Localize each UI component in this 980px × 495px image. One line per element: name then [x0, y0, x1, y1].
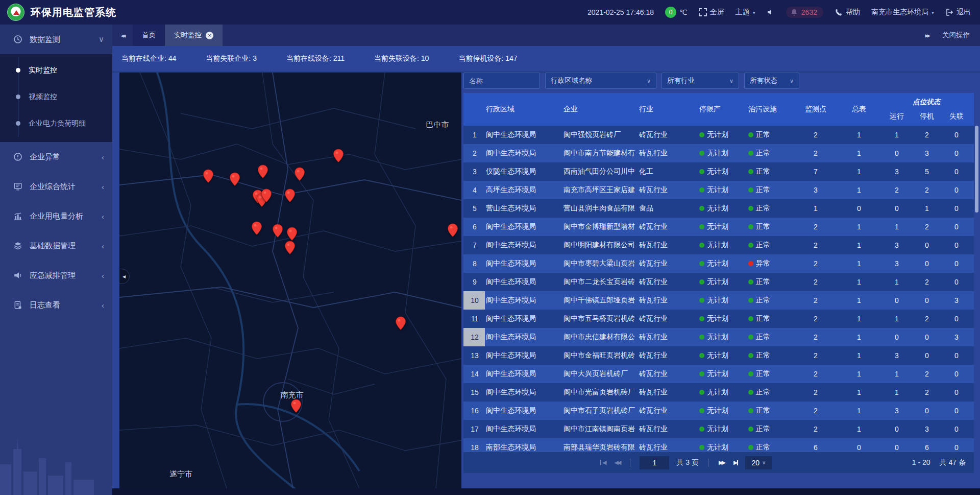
table-row[interactable]: 15阆中生态环境局阆中市光富页岩机砖厂砖瓦行业无计划正常21120 — [463, 383, 974, 402]
cell-index: 7 — [463, 236, 485, 254]
cell-meters: 1 — [837, 310, 881, 328]
table-row[interactable]: 7阆中生态环境局阆中明阳建材有限公司砖瓦行业无计划正常21300 — [463, 236, 974, 254]
cell-facility: 正常 — [747, 420, 794, 438]
help-button[interactable]: 帮助 — [835, 8, 860, 17]
cell-index: 3 — [463, 162, 485, 181]
cell-facility: 正常 — [747, 144, 794, 162]
table-row[interactable]: 4高坪生态环境局南充市高坪区王家店建砖瓦行业无计划正常31220 — [463, 181, 974, 199]
cell-lost: 0 — [941, 420, 972, 438]
cell-run: 0 — [881, 420, 913, 438]
page-size-select[interactable]: 20∨ — [745, 456, 772, 469]
temperature: 0 ℃ — [665, 7, 688, 18]
map-pin-icon[interactable] — [272, 224, 283, 238]
map-pin-icon[interactable] — [257, 164, 268, 179]
cell-industry: 砖瓦行业 — [638, 438, 698, 452]
industry-select[interactable]: 所有行业∨ — [662, 73, 739, 89]
next-page-button[interactable]: ▶▶ — [718, 459, 725, 466]
sidebar-subitem[interactable]: 视频监控 — [0, 84, 112, 110]
tabs-scroll-right-icon[interactable]: ▸▸ — [925, 31, 929, 39]
sidebar-item-label: 企业异常 — [30, 152, 60, 162]
tabs-scroll-left-icon[interactable]: ◂◂ — [112, 25, 133, 46]
cell-lost: 3 — [941, 328, 972, 346]
last-page-button[interactable]: ▶ — [732, 459, 738, 466]
main-content: ◂◂ 首页实时监控× ▸▸ 关闭操作 当前在线企业: 44当前失联企业: 3当前… — [112, 25, 980, 495]
status-dot — [748, 316, 753, 321]
cell-stop: 5 — [913, 162, 941, 181]
sidebar-item-6[interactable]: 日志查看‹ — [0, 290, 112, 320]
table-scrollbar[interactable] — [975, 126, 978, 452]
close-operations-button[interactable]: 关闭操作 — [942, 31, 970, 40]
table-row[interactable]: 12阆中生态环境局阆中市忠信建材有限公砖瓦行业无计划正常21003 — [463, 328, 974, 346]
theme-dropdown[interactable]: 主题▾ — [736, 8, 755, 17]
map-pin-icon[interactable] — [294, 167, 305, 181]
cell-points: 2 — [794, 328, 837, 346]
chevron-down-icon: ▾ — [932, 10, 934, 15]
stat-当前在线设备: 当前在线设备: 211 — [286, 54, 345, 63]
cell-points: 2 — [794, 402, 837, 420]
table-row[interactable]: 8阆中生态环境局阆中市枣碧大梁山页岩砖瓦行业无计划异常21300 — [463, 254, 974, 273]
map-pin-icon[interactable] — [203, 169, 214, 183]
cell-company: 阆中市二龙长宝页岩砖 — [562, 273, 638, 291]
table-row[interactable]: 6阆中生态环境局阆中市金博瑞新型墙材砖瓦行业无计划正常21120 — [463, 218, 974, 236]
name-search-input[interactable] — [463, 73, 540, 89]
map-pin-icon[interactable] — [395, 316, 406, 331]
sidebar-item-0[interactable]: 数据监测∨ — [0, 25, 112, 54]
cell-stop: 2 — [913, 383, 941, 402]
sidebar-item-4[interactable]: 基础数据管理‹ — [0, 231, 112, 261]
fullscreen-button[interactable]: 全屏 — [699, 8, 724, 17]
header-right: 2021-02-25 17:46:18 0 ℃ 全屏 主题▾ 2632 帮助 — [587, 7, 980, 18]
map-pin-icon[interactable] — [251, 221, 262, 235]
sidebar-item-3[interactable]: 企业用电量分析‹ — [0, 201, 112, 231]
cell-points: 6 — [794, 438, 837, 452]
table-row[interactable]: 11阆中生态环境局阆中市五马桥页岩机砖砖瓦行业无计划正常21120 — [463, 310, 974, 328]
sidebar-item-2[interactable]: 企业综合统计‹ — [0, 172, 112, 201]
app-root: 环保用电监管系统 2021-02-25 17:46:18 0 ℃ 全屏 主题▾ … — [0, 0, 980, 495]
sidebar-subitem[interactable]: 实时监控 — [0, 57, 112, 84]
table-row[interactable]: 1阆中生态环境局阆中强锐页岩砖厂砖瓦行业无计划正常21120 — [463, 126, 974, 144]
cell-index: 1 — [463, 126, 485, 144]
tab-实时监控[interactable]: 实时监控× — [165, 25, 223, 46]
chevron-down-icon: ∨ — [762, 460, 766, 465]
map-pin-icon[interactable] — [261, 188, 272, 203]
cell-index: 11 — [463, 310, 485, 328]
table-row[interactable]: 9阆中生态环境局阆中市二龙长宝页岩砖砖瓦行业无计划正常21120 — [463, 273, 974, 291]
cell-lost: 0 — [941, 181, 972, 199]
map-pin-icon[interactable] — [229, 172, 240, 186]
map-pin-icon[interactable] — [284, 188, 296, 203]
prev-page-button[interactable]: ◀◀ — [613, 459, 621, 466]
first-page-button[interactable]: ◀ — [600, 459, 606, 466]
sidebar-item-5[interactable]: 应急减排管理‹ — [0, 261, 112, 290]
tab-close-icon[interactable]: × — [206, 32, 213, 39]
table-row[interactable]: 18南部生态环境局南部县瑞华页岩砖有限砖瓦行业无计划正常60060 — [463, 438, 974, 452]
page-number-input[interactable]: 1 — [640, 456, 669, 469]
org-dropdown[interactable]: 南充市生态环境局▾ — [871, 8, 934, 17]
map-pin-icon[interactable] — [290, 399, 302, 413]
region-select[interactable]: 行政区域名称∨ — [545, 73, 656, 89]
table-row[interactable]: 14阆中生态环境局阆中大兴页岩机砖厂砖瓦行业无计划正常21120 — [463, 365, 974, 383]
table-row[interactable]: 16阆中生态环境局阆中市石子页岩机砖厂砖瓦行业无计划正常21300 — [463, 402, 974, 420]
filter-row: 行政区域名称∨ 所有行业∨ 所有状态∨ — [463, 73, 974, 89]
table-row[interactable]: 13阆中生态环境局阆中市金福旺页岩机砖砖瓦行业无计划正常21300 — [463, 346, 974, 365]
table-row[interactable]: 5营山生态环境局营山县润丰肉食品有限食品无计划正常10010 — [463, 199, 974, 218]
log-icon — [13, 300, 22, 310]
logout-button[interactable]: 退出 — [945, 8, 971, 17]
sidebar-item-label: 企业用电量分析 — [30, 211, 83, 221]
table-row[interactable]: 17阆中生态环境局阆中市江南镇阆南页岩砖瓦行业无计划正常21030 — [463, 420, 974, 438]
map-pin-icon[interactable] — [447, 223, 458, 238]
tab-首页[interactable]: 首页 — [133, 25, 165, 46]
map-pin-icon[interactable] — [284, 241, 296, 255]
chart-icon — [13, 211, 22, 221]
mute-button[interactable] — [767, 8, 775, 16]
notification-badge[interactable]: 2632 — [786, 7, 823, 18]
sidebar-item-1[interactable]: 企业异常‹ — [0, 142, 112, 172]
table-row[interactable]: 10阆中生态环境局阆中千佛镇五郎垭页岩砖瓦行业无计划正常21003 — [463, 291, 974, 310]
table-row[interactable]: 2阆中生态环境局阆中市南方节能建材有砖瓦行业无计划正常21030 — [463, 144, 974, 162]
table-row[interactable]: 3仪陇生态环境局西南油气田分公司川中化工无计划正常71350 — [463, 162, 974, 181]
sidebar-subitem[interactable]: 企业电力负荷明细 — [0, 110, 112, 137]
cell-stop: 0 — [913, 291, 941, 310]
map-panel[interactable]: 巴中市南充市遂宁市 ◂ — [119, 73, 461, 488]
status-select[interactable]: 所有状态∨ — [744, 73, 799, 89]
cell-industry: 砖瓦行业 — [638, 365, 698, 383]
map-pin-icon[interactable] — [286, 227, 298, 241]
map-pin-icon[interactable] — [333, 149, 344, 163]
